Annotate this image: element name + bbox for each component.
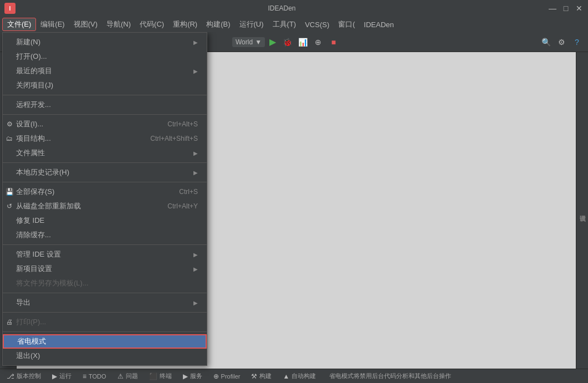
dropdown-project-structure[interactable]: 🗂 项目结构... Ctrl+Alt+Shift+S	[3, 131, 207, 146]
status-build-label: 构建	[259, 372, 272, 380]
menu-window[interactable]: 窗口(	[334, 18, 359, 30]
dropdown-print-label: 打印(P)...	[16, 317, 198, 327]
dropdown-remote-label: 远程开发...	[16, 100, 198, 110]
dropdown-save-as-template-label: 将文件另存为模板(L)...	[16, 278, 198, 288]
dropdown-section-1: 新建(N) ▶ 打开(O)... 最近的项目 ▶ 关闭项目(J)	[3, 33, 207, 95]
dropdown-section-8: 🖨 打印(P)...	[3, 313, 207, 332]
status-vcs[interactable]: ⎇ 版本控制	[4, 371, 43, 381]
dropdown-section-9: 省电模式 退出(X)	[3, 332, 207, 365]
dropdown-local-history[interactable]: 本地历史记录(H) ▶	[3, 165, 207, 180]
status-problems[interactable]: ⚠ 问题	[115, 371, 140, 381]
dropdown-manage-ide[interactable]: 管理 IDE 设置 ▶	[3, 247, 207, 262]
menu-edit[interactable]: 编辑(E)	[36, 18, 69, 30]
dropdown-file-props-arrow: ▶	[193, 150, 198, 156]
dropdown-manage-ide-label: 管理 IDE 设置	[16, 249, 189, 259]
dropdown-power-save[interactable]: 省电模式	[3, 334, 207, 349]
dropdown-repair-ide-label: 修复 IDE	[16, 216, 198, 226]
dropdown-section-3: ⚙ 设置(I)... Ctrl+Alt+S 🗂 项目结构... Ctrl+Alt…	[3, 115, 207, 163]
status-run[interactable]: ▶ 运行	[50, 371, 74, 381]
dropdown-export[interactable]: 导出 ▶	[3, 295, 207, 310]
menu-vcs[interactable]: VCS(S)	[300, 19, 334, 30]
dropdown-recent-arrow: ▶	[193, 68, 198, 74]
status-terminal-label: 终端	[160, 372, 172, 380]
menu-code[interactable]: 代码(C)	[135, 18, 168, 30]
status-problems-label: 问题	[126, 372, 138, 380]
dropdown-reload[interactable]: ↺ 从磁盘全部重新加载 Ctrl+Alt+Y	[3, 199, 207, 213]
dropdown-section-7: 导出 ▶	[3, 293, 207, 313]
dropdown-local-history-arrow: ▶	[193, 170, 198, 176]
close-button[interactable]: ✕	[575, 4, 584, 13]
dropdown-remote[interactable]: 远程开发...	[3, 98, 207, 112]
dropdown-new-project-settings-label: 新项目设置	[16, 264, 189, 274]
dropdown-settings-label: 设置(I)...	[16, 119, 167, 129]
status-profiler-label: Profiler	[221, 373, 241, 380]
status-vcs-label: 版本控制	[17, 372, 41, 380]
status-auto-build[interactable]: ▲ 自动构建	[280, 371, 318, 381]
dropdown-settings-shortcut: Ctrl+Alt+S	[167, 120, 198, 128]
menu-run[interactable]: 运行(U)	[235, 18, 268, 30]
save-all-icon: 💾	[5, 188, 14, 196]
menu-view[interactable]: 视图(V)	[69, 18, 102, 30]
title-bar-controls: — □ ✕	[548, 4, 584, 13]
dropdown-recent-label: 最近的项目	[16, 66, 189, 76]
dropdown-manage-ide-arrow: ▶	[193, 252, 198, 258]
dropdown-new[interactable]: 新建(N) ▶	[3, 35, 207, 49]
dropdown-repair-ide[interactable]: 修复 IDE	[3, 213, 207, 228]
dropdown-recent[interactable]: 最近的项目 ▶	[3, 64, 207, 78]
dropdown-open-label: 打开(O)...	[16, 52, 198, 62]
dropdown-settings[interactable]: ⚙ 设置(I)... Ctrl+Alt+S	[3, 117, 207, 131]
print-icon: 🖨	[5, 318, 14, 326]
dropdown-section-6: 管理 IDE 设置 ▶ 新项目设置 ▶ 将文件另存为模板(L)...	[3, 245, 207, 293]
run-icon: ▶	[52, 372, 57, 380]
status-terminal[interactable]: ⬛ 终端	[147, 371, 174, 381]
dropdown-new-project-settings-arrow: ▶	[193, 266, 198, 272]
menu-refactor[interactable]: 重构(R)	[168, 18, 202, 30]
dropdown-file-props[interactable]: 文件属性 ▶	[3, 146, 207, 160]
title-bar-left: I	[4, 3, 16, 14]
dropdown-close-project-label: 关闭项目(J)	[16, 80, 198, 90]
dropdown-section-4: 本地历史记录(H) ▶	[3, 163, 207, 182]
dropdown-new-label: 新建(N)	[16, 37, 189, 47]
menu-tools[interactable]: 工具(T)	[268, 18, 301, 30]
dropdown-save-all[interactable]: 💾 全部保存(S) Ctrl+S	[3, 185, 207, 199]
dropdown-reload-label: 从磁盘全部重新加载	[16, 201, 167, 211]
settings-icon: ⚙	[5, 120, 14, 128]
dropdown-menu: 新建(N) ▶ 打开(O)... 最近的项目 ▶ 关闭项目(J) 远程开发...…	[2, 32, 207, 366]
reload-icon: ↺	[5, 202, 14, 210]
todo-icon: ≡	[83, 372, 86, 380]
vcs-icon: ⎇	[7, 372, 14, 380]
dropdown-local-history-label: 本地历史记录(H)	[16, 167, 189, 177]
status-todo[interactable]: ≡ TODO	[80, 371, 109, 381]
status-services[interactable]: ▶ 服务	[181, 371, 204, 381]
project-structure-icon: 🗂	[5, 135, 14, 142]
dropdown-new-arrow: ▶	[193, 39, 198, 45]
status-run-label: 运行	[59, 372, 71, 380]
dropdown-exit[interactable]: 退出(X)	[3, 349, 207, 363]
dropdown-project-structure-label: 项目结构...	[16, 134, 150, 144]
auto-build-icon: ▲	[283, 372, 289, 380]
dropdown-clear-cache[interactable]: 清除缓存...	[3, 228, 207, 242]
dropdown-reload-shortcut: Ctrl+Alt+Y	[167, 202, 198, 210]
status-build[interactable]: ⚒ 构建	[249, 371, 274, 381]
dropdown-section-2: 远程开发...	[3, 95, 207, 115]
app-logo: I	[4, 3, 16, 14]
dropdown-open[interactable]: 打开(O)...	[3, 49, 207, 64]
dropdown-close-project[interactable]: 关闭项目(J)	[3, 78, 207, 93]
dropdown-export-label: 导出	[16, 298, 189, 308]
title-bar: I IDEADen — □ ✕	[0, 0, 588, 17]
menu-file[interactable]: 文件(E)	[2, 18, 36, 31]
menu-help[interactable]: IDEADen	[360, 19, 398, 30]
status-bar: ⎇ 版本控制 ▶ 运行 ≡ TODO ⚠ 问题 ⬛ 终端 ▶ 服务 ⊕ Prof…	[0, 369, 588, 383]
problems-icon: ⚠	[117, 372, 124, 380]
dropdown-section-5: 💾 全部保存(S) Ctrl+S ↺ 从磁盘全部重新加载 Ctrl+Alt+Y …	[3, 182, 207, 245]
menu-build[interactable]: 构建(B)	[202, 18, 234, 30]
dropdown-print: 🖨 打印(P)...	[3, 315, 207, 329]
status-profiler[interactable]: ⊕ Profiler	[211, 371, 243, 381]
terminal-icon: ⬛	[149, 372, 157, 380]
dropdown-new-project-settings[interactable]: 新项目设置 ▶	[3, 262, 207, 276]
minimize-button[interactable]: —	[548, 4, 557, 13]
dropdown-project-structure-shortcut: Ctrl+Alt+Shift+S	[150, 135, 198, 142]
menu-navigate[interactable]: 导航(N)	[102, 18, 135, 30]
dropdown-clear-cache-label: 清除缓存...	[16, 230, 198, 240]
maximize-button[interactable]: □	[561, 4, 570, 13]
